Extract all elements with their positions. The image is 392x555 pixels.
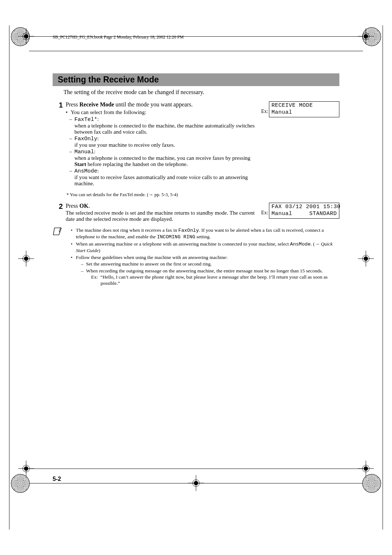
note-sub-item: Set the answering machine to answer on t…	[81, 261, 339, 267]
page-content: SB_PC1270D_FG_EN.book Page 2 Monday, Feb…	[53, 35, 339, 461]
mode-option-faxonly: FaxOnly: if you use your machine to rece…	[66, 135, 257, 148]
register-mark-icon	[192, 479, 200, 487]
note-item: The machine does not ring when it receiv…	[71, 227, 339, 240]
lcd-display: FAX 03/12 2001 15:30 ManualSTANDARD	[269, 203, 339, 219]
register-mark-icon	[22, 254, 30, 263]
step-instruction: Press OK.	[66, 203, 257, 209]
note-icon	[53, 227, 71, 287]
step-sub-bullet: You can select from the following:	[66, 109, 257, 116]
section-heading: Setting the Receive Mode	[53, 73, 339, 86]
lcd-display: RECEIVE MODE Manual	[269, 101, 339, 117]
mode-option-ansmode: AnsMode: if you want to receive faxes au…	[66, 168, 257, 187]
intro-text: The setting of the receive mode can be c…	[64, 89, 339, 96]
footnote: * You can set details for the FaxTel mod…	[66, 192, 257, 198]
page-number: 5-2	[53, 476, 61, 482]
register-mark-icon	[22, 32, 30, 41]
step-instruction: Press Receive Mode until the mode you wa…	[66, 101, 257, 108]
note-sub-item: When recording the outgoing message on t…	[81, 268, 339, 287]
mode-option-manual: Manual: when a telephone is connected to…	[66, 149, 257, 167]
mode-option-faxtel: FaxTel*: when a telephone is connected t…	[66, 116, 257, 135]
register-mark-icon	[362, 254, 370, 263]
step-1: 1 Press Receive Mode until the mode you …	[53, 101, 339, 199]
register-mark-icon	[362, 32, 370, 41]
example-label: Ex:	[261, 109, 268, 114]
note-block: The machine does not ring when it receiv…	[53, 227, 339, 287]
step-2: 2 Press OK. The selected receive mode is…	[53, 203, 339, 222]
note-item: When an answering machine or a telephone…	[71, 241, 339, 254]
step-number: 1	[53, 101, 63, 109]
running-head: SB_PC1270D_FG_EN.book Page 2 Monday, Feb…	[53, 35, 339, 40]
register-mark-icon	[362, 464, 370, 473]
step-number: 2	[53, 202, 63, 211]
step-body: The selected receive mode is set and the…	[66, 210, 257, 222]
note-item: Follow these guidelines when using the m…	[71, 255, 339, 287]
example-label: Ex:	[261, 210, 268, 216]
register-mark-icon	[22, 464, 30, 473]
